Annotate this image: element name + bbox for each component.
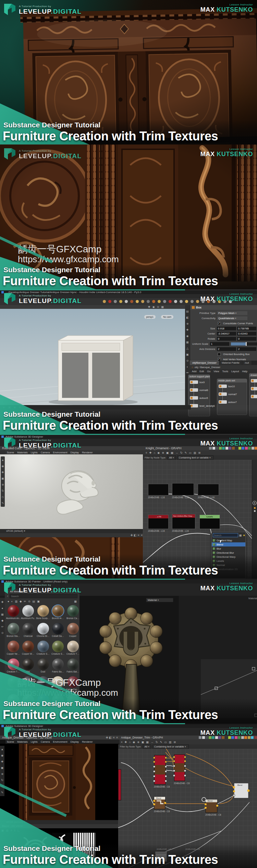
param-row[interactable]: Oriented Bounding Box [190, 352, 257, 357]
view-tool-icon[interactable]: ✎ [1, 791, 3, 794]
node-type-swatch[interactable] [231, 736, 234, 739]
sculpt-3d-view[interactable]: ▲◉✚▣⊕↻◇✎ [0, 454, 143, 529]
node-type-swatch[interactable] [244, 736, 247, 739]
material-swatch[interactable]: Bronze Ar… [51, 605, 65, 622]
mask-tile-medallion[interactable] [19, 833, 51, 868]
node-type-swatch[interactable] [205, 736, 208, 739]
node-type-swatch[interactable] [238, 736, 241, 739]
sop-node-pill[interactable] [190, 380, 198, 384]
search-result-item[interactable]: Gradient Map [212, 538, 245, 542]
network-menu-item[interactable]: Go [207, 370, 210, 373]
material-sphere[interactable] [22, 623, 34, 634]
node-type-swatch[interactable] [222, 447, 225, 450]
node-search-input[interactable] [213, 533, 238, 537]
graph-tool-icon[interactable]: ↔ [151, 741, 154, 744]
shelf-tool-icon[interactable] [163, 300, 166, 303]
param-value[interactable]: -0.340917 [217, 332, 236, 336]
param-value[interactable]: 1 [210, 342, 229, 346]
material-swatch[interactable]: Charcoal [21, 622, 36, 640]
pane-buttons[interactable]: ✚ ◧ ✕ ✕ [106, 735, 118, 740]
param-row[interactable]: Connectivity Quadrilaterals [190, 316, 257, 321]
node-type-swatch[interactable] [229, 447, 231, 450]
view-tool-icon[interactable]: ✚ [1, 760, 3, 763]
node-type-swatch[interactable] [202, 736, 205, 739]
shelf-tool-icon[interactable] [108, 300, 111, 303]
material-swatch[interactable]: Creature T… [65, 640, 80, 658]
material-sphere[interactable] [52, 712, 64, 723]
home-icon[interactable]: ⌂ [192, 366, 193, 369]
filter-node-type-dropdown[interactable]: All [143, 744, 151, 749]
material-swatch[interactable]: Copper [65, 622, 80, 640]
view-menu-item[interactable]: Environment [53, 740, 67, 743]
graph-tool-icon[interactable]: ≡ [121, 741, 123, 744]
view-tool-icon[interactable]: ↻ [2, 489, 4, 492]
node-type-swatch[interactable] [199, 736, 201, 739]
node-type-swatch[interactable] [242, 447, 244, 450]
output-node-icon[interactable]: B [253, 501, 257, 505]
view-menu-item[interactable]: Camera [41, 451, 50, 454]
blend-tool-icon[interactable]: ℹ [14, 829, 15, 832]
material-swatch[interactable]: Bronze Sta… [6, 622, 21, 640]
node-type-swatch[interactable] [219, 447, 222, 450]
sop-node[interactable]: box9 [190, 380, 208, 384]
material-swatch[interactable]: Dust [36, 658, 50, 676]
graph-tool-icon[interactable]: ▥ [194, 451, 196, 454]
param-row[interactable]: Size 0.918 0.730785 [190, 326, 257, 331]
param-value[interactable]: 0 [217, 337, 236, 341]
sop-node[interactable]: autouv7 [219, 400, 245, 404]
graph-tool-icon[interactable]: ✎ [185, 451, 187, 454]
view-tool-icon[interactable]: ⊕ [1, 772, 3, 776]
shelf-tool-icon[interactable] [180, 300, 183, 303]
material-swatch[interactable]: Cobalt Da… [51, 622, 65, 640]
material-sphere[interactable] [37, 623, 49, 634]
param-value[interactable]: Quadrilaterals [217, 316, 247, 320]
side-tool-icon[interactable]: △ [186, 347, 188, 350]
blend-tool-icon[interactable]: ◺ [17, 829, 20, 832]
view-tool-icon[interactable]: ⊕ [2, 483, 4, 486]
painter-side-icon[interactable]: ✚ [1, 601, 4, 604]
material-swatch[interactable]: Bronze Ca… [65, 605, 80, 622]
view-tool-icon[interactable]: ◉ [2, 465, 4, 468]
shelf-tool-icon[interactable] [196, 300, 199, 303]
param-value2[interactable]: 0 [237, 337, 256, 341]
graph-tool-icon[interactable]: ▭ [189, 451, 192, 454]
painter-3d-viewport[interactable]: Material [79, 596, 178, 723]
view-tool-icon[interactable]: ✎ [2, 502, 4, 505]
graph-tool-icon[interactable]: ✚ [149, 451, 152, 454]
material-swatch[interactable]: Creature S… [36, 640, 50, 658]
colorspace-bar[interactable]: sRGB (default) ▾ [0, 820, 124, 824]
param-value[interactable]: Polygon Mesh [217, 311, 247, 315]
material-swatch[interactable]: Copper Ne… [6, 640, 21, 658]
view-menu-item[interactable]: Lights [31, 451, 38, 454]
sop-node-pill[interactable] [190, 388, 198, 392]
painter-side-icon[interactable]: ✏ [1, 625, 4, 628]
network-menu-item[interactable]: Help [242, 370, 247, 373]
material-sphere[interactable] [8, 623, 19, 634]
shelf-tool-icon[interactable] [103, 300, 106, 303]
param-slider[interactable] [231, 342, 257, 345]
param-value2[interactable]: 0.730785 [237, 327, 256, 330]
painter-side-icon[interactable]: ▦ [1, 613, 4, 616]
node-type-swatch[interactable] [228, 736, 231, 739]
network-menu-item[interactable]: Add [192, 370, 196, 373]
node-type-swatch[interactable] [225, 447, 228, 450]
material-sphere[interactable] [67, 712, 79, 723]
asset-filter-icon[interactable]: ▣ [37, 600, 40, 603]
sop-node-pill[interactable] [251, 387, 257, 390]
mask-tile-griffin[interactable] [52, 833, 72, 868]
material-swatch[interactable]: Bone Sculp… [36, 605, 50, 622]
graph-tool-icon[interactable]: ⌂ [154, 451, 155, 454]
sop-node[interactable]: normal7 [219, 392, 245, 396]
param-value2[interactable]: 2 [237, 347, 256, 351]
graph-tool-icon[interactable]: ▭ [164, 741, 167, 744]
view-tool-icon[interactable]: ◉ [1, 754, 3, 757]
node-type-swatch[interactable] [241, 736, 244, 739]
material-sphere[interactable] [52, 623, 64, 634]
param-value2[interactable]: 0.41943 [237, 332, 256, 336]
material-swatch[interactable]: Fabric UCP… [36, 712, 50, 723]
side-tool-icon[interactable]: ✚ [186, 328, 189, 331]
network-box-bottom-support[interactable]: bottom support plank hor box9normal6auto… [188, 375, 210, 416]
bottom-bar-icon[interactable]: ◉ [13, 406, 16, 409]
sop-node-pill[interactable] [219, 400, 227, 404]
graph-tool-icon[interactable]: ↔ [175, 451, 178, 454]
